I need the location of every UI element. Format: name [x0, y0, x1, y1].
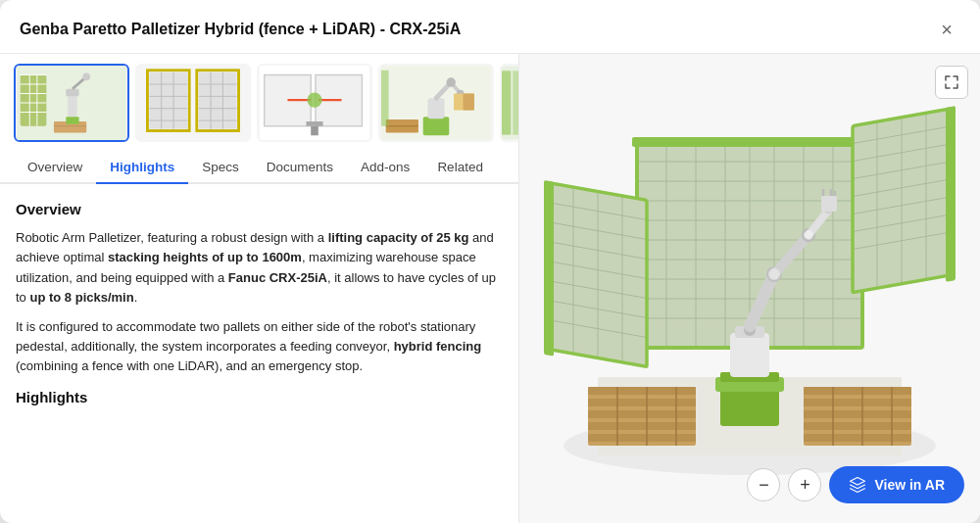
svg-rect-52 — [381, 71, 389, 126]
svg-rect-43 — [427, 98, 444, 119]
thumbnail-3[interactable] — [257, 64, 372, 142]
svg-rect-119 — [804, 434, 911, 442]
left-panel: Overview Highlights Specs Documents Add-… — [0, 54, 519, 523]
thumbnail-1[interactable] — [14, 64, 129, 142]
view-in-ar-button[interactable]: View in AR — [829, 466, 964, 503]
highlights-title: Highlights — [16, 386, 503, 408]
svg-rect-49 — [464, 94, 474, 111]
overview-paragraph-2: It is configured to accommodate two pall… — [16, 317, 503, 376]
ar-icon — [849, 476, 866, 494]
svg-rect-106 — [588, 387, 696, 395]
thumbnail-4[interactable] — [378, 64, 494, 142]
svg-rect-126 — [730, 333, 769, 377]
svg-point-140 — [804, 230, 813, 240]
tab-highlights[interactable]: Highlights — [96, 152, 188, 184]
overview-paragraph-1: Robotic Arm Palletizer, featuring a robu… — [16, 228, 503, 308]
thumbnail-strip — [0, 54, 518, 152]
svg-rect-42 — [423, 117, 450, 135]
svg-rect-54 — [502, 71, 511, 134]
view-in-ar-label: View in AR — [874, 477, 945, 493]
close-button[interactable]: × — [933, 16, 960, 43]
modal-title: Genba Paretto Palletizer Hybrid (fence +… — [20, 21, 461, 38]
tab-bar: Overview Highlights Specs Documents Add-… — [0, 152, 518, 184]
svg-rect-116 — [804, 399, 911, 406]
ar-controls: − + View in AR — [747, 466, 964, 503]
content-area: Overview Robotic Arm Palletizer, featuri… — [0, 184, 518, 422]
tab-overview[interactable]: Overview — [14, 152, 96, 184]
svg-point-12 — [82, 73, 90, 81]
svg-rect-40 — [311, 126, 318, 136]
svg-rect-109 — [588, 422, 696, 430]
overview-title: Overview — [16, 198, 503, 220]
svg-point-46 — [446, 77, 456, 87]
svg-rect-110 — [588, 434, 696, 442]
svg-rect-10 — [66, 89, 78, 97]
svg-rect-39 — [306, 121, 322, 126]
3d-scene-svg — [539, 83, 960, 495]
svg-rect-118 — [804, 422, 911, 430]
zoom-plus-button[interactable]: + — [788, 468, 821, 501]
svg-rect-77 — [632, 137, 867, 147]
svg-rect-108 — [588, 410, 696, 418]
svg-rect-9 — [68, 94, 77, 118]
svg-point-38 — [307, 93, 321, 108]
modal-body: Overview Highlights Specs Documents Add-… — [0, 54, 980, 523]
svg-rect-135 — [821, 196, 837, 212]
svg-rect-90 — [544, 179, 554, 356]
expand-button[interactable] — [935, 66, 968, 99]
svg-rect-115 — [804, 387, 911, 395]
svg-rect-15 — [66, 117, 78, 124]
3d-viewer-panel: − + View in AR — [519, 54, 980, 523]
svg-rect-103 — [946, 106, 956, 282]
tab-documents[interactable]: Documents — [253, 152, 347, 184]
svg-rect-1 — [21, 75, 47, 126]
expand-icon — [944, 74, 959, 90]
modal-header: Genba Paretto Palletizer Hybrid (fence +… — [0, 0, 980, 54]
svg-rect-55 — [513, 71, 519, 134]
thumbnail-5[interactable] — [500, 64, 519, 142]
tab-specs[interactable]: Specs — [188, 152, 253, 184]
tab-related[interactable]: Related — [423, 152, 497, 184]
svg-rect-107 — [588, 399, 696, 406]
product-modal: Genba Paretto Palletizer Hybrid (fence +… — [0, 0, 980, 523]
thumbnail-2[interactable] — [135, 64, 251, 142]
tab-addons[interactable]: Add-ons — [347, 152, 423, 184]
zoom-minus-button[interactable]: − — [747, 468, 780, 501]
svg-point-139 — [768, 268, 780, 280]
svg-rect-117 — [804, 410, 911, 418]
3d-scene — [519, 54, 980, 523]
